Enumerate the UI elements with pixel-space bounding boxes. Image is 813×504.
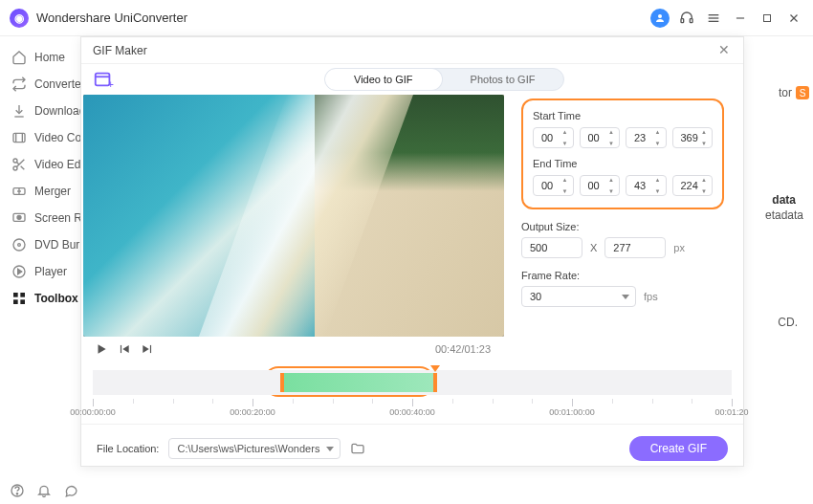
app-title: Wondershare UniConverter [36,11,187,25]
ruler-label: 00:00:00:00 [70,407,116,417]
frame-rate-label: Frame Rate: [521,270,724,281]
sidebar-item-screen-recorder[interactable]: Screen Recorder [10,205,80,231]
sidebar-item-label: Home [34,51,65,64]
svg-marker-38 [122,345,128,353]
menu-icon[interactable] [704,9,723,28]
folder-icon[interactable] [350,441,365,456]
output-height-input[interactable]: 277 [604,237,666,258]
maximize-icon[interactable] [758,9,777,28]
feedback-icon[interactable] [63,483,78,498]
frame-rate-select[interactable]: 30 [521,286,636,307]
svg-rect-28 [20,293,25,297]
sidebar-item-label: Converter [34,77,80,91]
sidebar-item-toolbox[interactable]: Toolbox [10,285,80,312]
svg-marker-26 [18,269,22,274]
add-media-icon[interactable]: + [93,69,114,90]
bg-text: etadata [765,208,803,222]
record-icon [11,210,27,226]
play-button[interactable] [95,342,108,356]
disc-icon [11,237,27,252]
merge-icon [11,184,27,199]
tab-video-to-gif[interactable]: Video to GIF [325,69,442,90]
start-time-label: Start Time [533,110,713,121]
bg-text: CD. [778,316,798,329]
video-preview[interactable] [83,95,504,337]
badge-s: S [796,86,809,99]
convert-icon [11,77,27,92]
tab-photos-to-gif[interactable]: Photos to GIF [442,69,564,90]
end-hours-stepper[interactable]: 00▲▼ [533,175,574,196]
close-icon[interactable]: ✕ [716,43,732,58]
file-location-label: File Location: [97,443,159,454]
avatar[interactable] [650,9,670,28]
output-size-unit: px [673,242,685,253]
svg-point-24 [18,244,21,247]
frame-rate-unit: fps [644,291,658,302]
help-icon[interactable] [10,483,25,498]
create-gif-button[interactable]: Create GIF [629,436,728,461]
playback-controls: 00:42/01:23 [81,337,504,362]
ruler-label: 00:00:40:00 [389,407,435,417]
sidebar-item-converter[interactable]: Converter [10,71,80,98]
end-time-label: End Time [533,158,713,169]
modal-header: GIF Maker ✕ [81,37,743,64]
svg-rect-2 [690,18,692,22]
sidebar-item-video-compressor[interactable]: Video Compressor [10,124,80,151]
sidebar-item-label: Toolbox [34,292,78,305]
sidebar-item-home[interactable]: Home [10,44,80,71]
ruler-label: 00:01:20 [714,407,748,417]
svg-point-32 [16,493,17,494]
sidebar-item-label: Merger [34,185,71,198]
playback-time: 00:42/01:23 [435,343,491,355]
next-frame-button[interactable] [141,342,154,356]
background-panel: tor S data etadata CD. [756,38,813,479]
headset-icon[interactable] [677,9,696,28]
start-ms-stepper[interactable]: 369▲▼ [672,127,714,148]
play-icon [11,264,27,279]
start-hours-stepper[interactable]: 00▲▼ [533,127,574,148]
mode-tabs: Video to GIF Photos to GIF [324,68,564,91]
close-icon[interactable] [784,9,803,28]
home-icon [11,50,27,65]
time-range-box: Start Time 00▲▼ 00▲▼ 23▲▼ 369▲▼ End Time… [521,99,724,209]
end-ms-stepper[interactable]: 224▲▼ [672,175,714,196]
end-minutes-stepper[interactable]: 00▲▼ [580,175,621,196]
modal-footer: File Location: C:\Users\ws\Pictures\Wond… [81,424,743,471]
sidebar: Home Converter Downloader Video Compress… [0,36,80,477]
sidebar-item-downloader[interactable]: Downloader [10,98,80,124]
svg-point-13 [13,159,17,163]
gif-maker-modal: GIF Maker ✕ + Video to GIF Photos to GIF [80,36,744,467]
sidebar-item-label: Video Compressor [34,131,80,144]
prev-frame-button[interactable] [118,342,131,356]
app-logo: ◉ [10,9,29,28]
playhead-icon[interactable] [430,365,440,372]
sidebar-item-dvd-burner[interactable]: DVD Burner [10,231,80,258]
end-seconds-stepper[interactable]: 43▲▼ [626,175,667,196]
sidebar-item-label: Video Editor [34,158,80,171]
modal-title: GIF Maker [93,44,147,57]
file-location-select[interactable]: C:\Users\ws\Pictures\Wonders [168,438,341,459]
download-icon [11,103,27,119]
sidebar-item-merger[interactable]: Merger [10,178,80,205]
settings-panel: Start Time 00▲▼ 00▲▼ 23▲▼ 369▲▼ End Time… [504,95,743,362]
bell-icon[interactable] [36,483,52,498]
svg-line-17 [16,162,19,164]
svg-rect-37 [121,345,121,353]
titlebar: ◉ Wondershare UniConverter [0,0,813,36]
modal-toolbar: + Video to GIF Photos to GIF [81,64,743,95]
sidebar-item-player[interactable]: Player [10,258,80,285]
svg-marker-39 [143,345,148,353]
svg-rect-40 [150,345,151,353]
timeline-track[interactable] [93,370,732,395]
selection-segment[interactable] [280,373,437,392]
start-seconds-stepper[interactable]: 23▲▼ [626,127,667,148]
svg-rect-30 [20,299,25,304]
svg-rect-1 [681,18,684,22]
ruler-label: 00:01:00:00 [549,407,595,417]
start-minutes-stepper[interactable]: 00▲▼ [580,127,621,148]
svg-rect-7 [764,14,771,21]
output-width-input[interactable]: 500 [521,237,582,258]
sidebar-item-video-editor[interactable]: Video Editor [10,151,80,178]
output-size-label: Output Size: [521,221,724,232]
minimize-icon[interactable] [731,9,750,28]
